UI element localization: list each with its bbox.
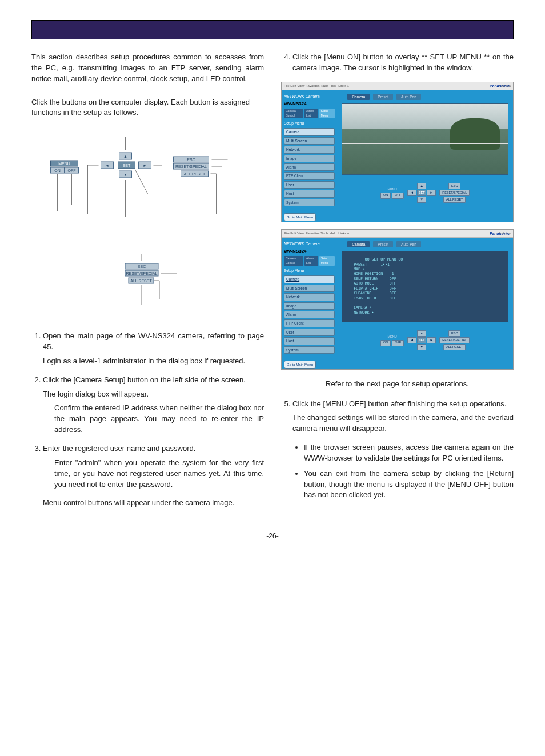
refer-next-page: Refer to the next page for setup operati… bbox=[281, 379, 514, 390]
ss-sidebar: NETWORK Camera WV-NS324 Camera Control A… bbox=[282, 238, 337, 369]
step-4: Click the [Menu ON] button to overlay **… bbox=[292, 52, 514, 74]
main-tab-camera[interactable]: Camera bbox=[347, 241, 370, 247]
svg-text:ON: ON bbox=[54, 169, 61, 173]
svg-text:ALL RESET: ALL RESET bbox=[184, 172, 206, 176]
svg-text:ALL RESET: ALL RESET bbox=[130, 279, 152, 283]
tab-setup-menu[interactable]: Setup Menu bbox=[319, 256, 335, 266]
svg-text:▼: ▼ bbox=[123, 173, 127, 177]
esc-button[interactable]: ESC bbox=[448, 183, 460, 189]
side-item-user[interactable]: User bbox=[284, 329, 335, 336]
main-tab-autopan[interactable]: Auto Pan bbox=[396, 94, 421, 100]
svg-text:ESC: ESC bbox=[187, 158, 195, 162]
nav-caption: Click the buttons on the computer displa… bbox=[31, 97, 264, 119]
all-reset-button[interactable]: ALL RESET bbox=[443, 197, 466, 203]
set-button[interactable]: SET bbox=[417, 337, 426, 343]
side-item-system[interactable]: System bbox=[284, 199, 335, 206]
arrow-up-button[interactable]: ▲ bbox=[417, 330, 426, 337]
tab-alarm-list[interactable]: Alarm List bbox=[304, 256, 318, 266]
svg-text:►: ► bbox=[143, 163, 147, 167]
step-3-post: Menu control buttons will appear under t… bbox=[43, 498, 264, 509]
svg-text:RESET/SPECIAL: RESET/SPECIAL bbox=[126, 271, 157, 275]
brand-label: Panasonic bbox=[490, 83, 510, 89]
goto-main-menu-button[interactable]: Go to Main Menu bbox=[284, 361, 316, 369]
right-column: Click the [Menu ON] button to overlay **… bbox=[281, 52, 514, 509]
step-5-list: Click the [MENU OFF] button after finish… bbox=[281, 399, 514, 435]
tab-setup-menu[interactable]: Setup Menu bbox=[319, 109, 335, 118]
side-item-ftp[interactable]: FTP Client bbox=[284, 319, 335, 327]
side-item-ftp[interactable]: FTP Client bbox=[284, 172, 335, 179]
menu-off-button[interactable]: OFF bbox=[392, 340, 404, 346]
svg-text:SET: SET bbox=[123, 163, 131, 167]
steps-list-left: Open the main page of the WV-NS324 camer… bbox=[31, 331, 264, 490]
setup-menu-overlay: OO SET UP MENU OO PRESET 1••1 MAP • HOME… bbox=[342, 251, 508, 322]
arrow-left-button[interactable]: ◄ bbox=[407, 337, 416, 343]
arrow-left-button[interactable]: ◄ bbox=[407, 190, 416, 196]
menu-off-button[interactable]: OFF bbox=[392, 193, 404, 199]
arrow-right-button[interactable]: ► bbox=[427, 190, 436, 196]
notes-list: If the browser screen pauses, access the… bbox=[281, 442, 514, 501]
side-item-host[interactable]: Host bbox=[284, 190, 335, 197]
arrow-up-button[interactable]: ▲ bbox=[417, 183, 426, 189]
left-column: This section describes setup procedures … bbox=[31, 52, 264, 509]
reset-special-button[interactable]: RESET/SPECIAL bbox=[439, 190, 470, 196]
set-button[interactable]: SET bbox=[417, 190, 426, 196]
svg-text:RESET/SPECIAL: RESET/SPECIAL bbox=[175, 165, 207, 169]
svg-line-36 bbox=[135, 170, 148, 194]
step-2: Click the [Camera Setup] button on the l… bbox=[43, 375, 264, 435]
side-item-camera[interactable]: Camera bbox=[284, 128, 335, 135]
svg-text:OFF: OFF bbox=[68, 169, 76, 173]
button-diagram: MENU ON OFF ▲ ◄ SET ► ▼ bbox=[31, 125, 264, 239]
brand-label: Panasonic bbox=[490, 231, 510, 237]
side-item-host[interactable]: Host bbox=[284, 337, 335, 345]
note-1: If the browser screen pauses, access the… bbox=[304, 442, 514, 464]
all-reset-button[interactable]: ALL RESET bbox=[443, 344, 466, 350]
tab-alarm-list[interactable]: Alarm List bbox=[304, 109, 318, 118]
arrow-right-button[interactable]: ► bbox=[427, 337, 436, 343]
main-tab-preset[interactable]: Preset bbox=[373, 94, 393, 100]
menu-on-button[interactable]: ON bbox=[380, 340, 391, 346]
side-item-network[interactable]: Network bbox=[284, 293, 335, 301]
side-item-network[interactable]: Network bbox=[284, 146, 335, 153]
menu-controls: MENU ON OFF ▲ ◄ SE bbox=[342, 330, 508, 350]
menu-controls: MENU ON OFF ▲ ◄ SE bbox=[342, 183, 508, 203]
tab-camera-control[interactable]: Camera Control bbox=[284, 109, 303, 118]
goto-main-menu-button[interactable]: Go to Main Menu bbox=[284, 213, 316, 221]
esc-detail-diagram: ESC RESET/SPECIAL ALL RESET bbox=[97, 251, 199, 319]
ss-sidebar: NETWORK Camera WV-NS324 Camera Control A… bbox=[282, 90, 337, 222]
tab-camera-control[interactable]: Camera Control bbox=[284, 256, 303, 266]
screenshot-camera-view: File Edit View Favorites Tools Help Link… bbox=[281, 82, 514, 222]
main-tab-camera[interactable]: Camera bbox=[347, 94, 370, 100]
ie-toolbar: File Edit View Favorites Tools Help Link… bbox=[282, 230, 513, 238]
side-item-user[interactable]: User bbox=[284, 181, 335, 189]
side-item-image[interactable]: Image bbox=[284, 302, 335, 310]
step-5: Click the [MENU OFF] button after finish… bbox=[292, 399, 514, 435]
arrow-down-button[interactable]: ▼ bbox=[417, 344, 426, 350]
camera-live-image bbox=[342, 103, 508, 175]
svg-text:MENU: MENU bbox=[58, 162, 70, 166]
reset-special-button[interactable]: RESET/SPECIAL bbox=[439, 337, 470, 343]
side-item-alarm[interactable]: Alarm bbox=[284, 163, 335, 171]
ie-toolbar: File Edit View Favorites Tools Help Link… bbox=[282, 82, 513, 90]
step-3: Enter the registered user name and passw… bbox=[43, 443, 264, 490]
esc-button[interactable]: ESC bbox=[448, 330, 460, 337]
main-tab-autopan[interactable]: Auto Pan bbox=[396, 241, 421, 247]
svg-text:▲: ▲ bbox=[123, 154, 127, 158]
intro-text: This section describes setup procedures … bbox=[31, 52, 264, 85]
side-item-image[interactable]: Image bbox=[284, 155, 335, 162]
side-item-multiscreen[interactable]: Multi Screen bbox=[284, 137, 335, 145]
side-item-camera[interactable]: Camera bbox=[284, 275, 335, 283]
svg-text:◄: ◄ bbox=[105, 163, 109, 167]
main-tab-preset[interactable]: Preset bbox=[373, 241, 393, 247]
menu-on-button[interactable]: ON bbox=[380, 193, 391, 199]
side-item-alarm[interactable]: Alarm bbox=[284, 311, 335, 318]
screenshot-overlay-menu: File Edit View Favorites Tools Help Link… bbox=[281, 229, 514, 370]
side-item-multiscreen[interactable]: Multi Screen bbox=[284, 285, 335, 292]
note-2: You can exit from the camera setup by cl… bbox=[304, 469, 514, 501]
arrow-down-button[interactable]: ▼ bbox=[417, 197, 426, 203]
steps-list-right: Click the [Menu ON] button to overlay **… bbox=[281, 52, 514, 74]
side-item-system[interactable]: System bbox=[284, 346, 335, 354]
header-bar bbox=[31, 20, 514, 39]
svg-text:ESC: ESC bbox=[137, 265, 145, 269]
step-1: Open the main page of the WV-NS324 camer… bbox=[43, 331, 264, 367]
page-number: -26- bbox=[31, 531, 514, 541]
